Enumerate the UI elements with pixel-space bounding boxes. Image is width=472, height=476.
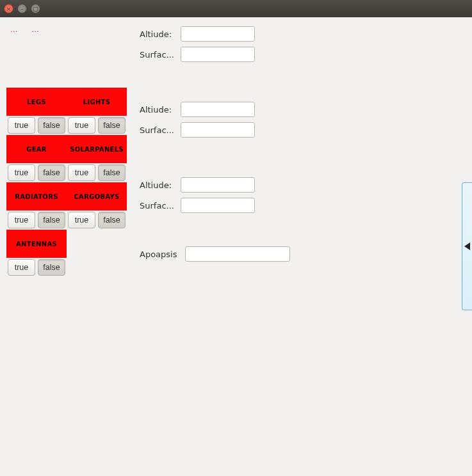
group3-surface-input[interactable] (181, 198, 255, 213)
maximize-icon[interactable]: ▢ (31, 4, 40, 13)
side-tab[interactable] (462, 182, 472, 310)
chevron-left-icon (464, 242, 470, 250)
group1-altitude-input[interactable] (181, 26, 255, 42)
tile-antennas: ANTENNAS true false (6, 230, 67, 277)
spacer-3 (140, 217, 290, 242)
gear-true-button[interactable]: true (8, 164, 35, 181)
tile-label-radiators: RADIATORS (6, 182, 67, 210)
antennas-true-button[interactable]: true (8, 259, 35, 276)
max-glyph: ▢ (33, 6, 38, 12)
tile-solarpanels: SOLARPANELS true false (67, 135, 127, 182)
tf-row-radiators: true false (6, 210, 67, 230)
group1-surface-label: Surfac... (140, 50, 177, 60)
lights-false-button[interactable]: false (98, 117, 126, 134)
titlebar: × – ▢ (0, 0, 472, 17)
tile-label-solarpanels: SOLARPANELS (67, 135, 127, 163)
group1-surface-input[interactable] (181, 47, 255, 62)
right-column: Altiude: Surfac... Altiude: Surfac... Al… (140, 25, 290, 263)
tile-label-gear: GEAR (6, 135, 67, 163)
tile-gear: GEAR true false (6, 135, 67, 182)
tile-label-legs: LEGS (6, 88, 67, 116)
group3-altitude-row: Altiude: (140, 176, 290, 194)
group2-altitude-input[interactable] (181, 102, 255, 117)
group2-altitude-row: Altiude: (140, 100, 290, 118)
tf-row-legs: true false (6, 116, 67, 135)
solarpanels-true-button[interactable]: true (68, 164, 95, 181)
group2-surface-label: Surfac... (140, 125, 177, 135)
min-glyph: – (20, 6, 24, 12)
tile-label-lights: LIGHTS (67, 88, 127, 116)
ellipsis-a: ... (10, 25, 17, 34)
close-glyph: × (6, 6, 12, 12)
group1-altitude-row: Altiude: (140, 25, 290, 43)
group2-surface-row: Surfac... (140, 121, 290, 139)
group2-altitude-label: Altiude: (140, 105, 177, 115)
tile-label-antennas: ANTENNAS (6, 230, 67, 258)
minimize-icon[interactable]: – (17, 4, 27, 13)
tf-row-antennas: true false (6, 258, 67, 277)
group2-surface-input[interactable] (181, 122, 255, 138)
tile-lights: LIGHTS true false (67, 88, 127, 135)
group3-altitude-input[interactable] (181, 177, 255, 193)
spacer-1 (140, 66, 290, 98)
legs-false-button[interactable]: false (38, 117, 65, 134)
ellipsis-b: ... (31, 25, 38, 34)
tile-label-cargobays: CARGOBAYS (67, 182, 127, 210)
close-icon[interactable]: × (4, 4, 13, 13)
cargobays-true-button[interactable]: true (68, 212, 95, 228)
tf-row-solarpanels: true false (67, 163, 127, 182)
group3-altitude-label: Altiude: (140, 180, 177, 190)
apoapsis-label: Apoapsis (140, 250, 181, 259)
left-column: ... ... LEGS true false LIGHTS true fals… (6, 25, 133, 277)
antennas-false-button[interactable]: false (38, 259, 65, 276)
apoapsis-row: Apoapsis (140, 245, 290, 263)
gear-false-button[interactable]: false (38, 164, 65, 181)
client-area: ... ... LEGS true false LIGHTS true fals… (0, 17, 472, 285)
legs-true-button[interactable]: true (8, 117, 35, 134)
group3-surface-label: Surfac... (140, 201, 177, 210)
tile-radiators: RADIATORS true false (6, 182, 67, 230)
solarpanels-false-button[interactable]: false (98, 164, 126, 181)
group1-altitude-label: Altiude: (140, 29, 177, 39)
tile-legs: LEGS true false (6, 88, 67, 135)
radiators-true-button[interactable]: true (8, 212, 35, 228)
group1-surface-row: Surfac... (140, 45, 290, 63)
tile-cargobays: CARGOBAYS true false (67, 182, 127, 230)
radiators-false-button[interactable]: false (38, 212, 65, 228)
group3-surface-row: Surfac... (140, 196, 290, 214)
tile-grid: LEGS true false LIGHTS true false GEAR t… (6, 88, 133, 277)
tf-row-cargobays: true false (67, 210, 127, 230)
apoapsis-input[interactable] (185, 246, 290, 262)
top-ellipses: ... ... (6, 25, 133, 35)
spacer-2 (140, 141, 290, 173)
tf-row-gear: true false (6, 163, 67, 182)
lights-true-button[interactable]: true (68, 117, 95, 134)
cargobays-false-button[interactable]: false (98, 212, 126, 228)
tf-row-lights: true false (67, 116, 127, 135)
